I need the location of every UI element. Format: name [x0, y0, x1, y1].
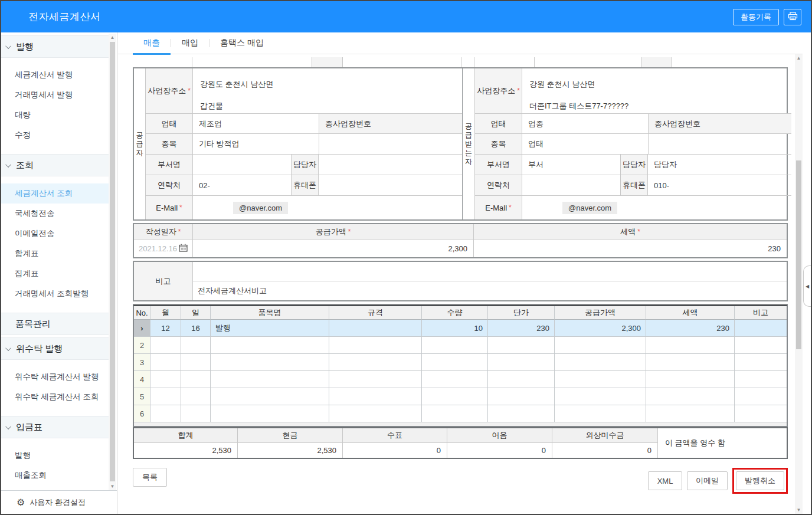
sidebar-section-issue[interactable]: 발행	[1, 35, 109, 58]
row-selector[interactable]: 5	[134, 388, 150, 405]
supplier-email-input[interactable]: @naver.com	[193, 196, 462, 219]
row-selector[interactable]: 6	[134, 405, 150, 422]
buyer-phone-label: 연락처	[475, 175, 522, 195]
tax-amount-header: 세액*	[474, 224, 787, 239]
email-button[interactable]: 이메일	[687, 471, 728, 490]
supplier-mobile-input[interactable]	[319, 175, 462, 195]
buyer-item-input[interactable]: 업태	[522, 134, 648, 154]
sidebar-section-item-management[interactable]: 품목관리	[1, 313, 109, 335]
calendar-icon[interactable]	[179, 244, 188, 254]
sidebar-item-tax-invoice-inquiry[interactable]: 세금계산서 조회	[1, 183, 109, 204]
buyer-dept-input[interactable]: 부서	[522, 155, 620, 175]
grid-horizontal-scroll-track[interactable]	[134, 422, 787, 426]
bill-value[interactable]: 0	[447, 443, 552, 458]
buyer-biztype-input[interactable]: 업종	[522, 114, 648, 133]
sidebar-menu: 발행 세금계산서 발행 거래명세서 발행 대량 수정 조회 세금계산서 조회 국…	[1, 32, 109, 490]
printer-icon	[788, 12, 798, 22]
supplier-phone-input[interactable]: 02-	[193, 175, 291, 195]
print-button[interactable]	[784, 9, 801, 25]
activity-log-button[interactable]: 활동기록	[733, 9, 779, 25]
chevron-down-icon	[5, 162, 11, 168]
row-selector[interactable]: ›	[134, 320, 150, 337]
sidebar-item-tax-invoice-issue[interactable]: 세금계산서 발행	[1, 65, 109, 85]
scroll-up-icon[interactable]: ▲	[109, 34, 116, 41]
row-selector[interactable]: 2	[134, 337, 150, 354]
scroll-up-icon[interactable]: ▲	[795, 54, 803, 62]
sidebar-section-deposit-slip[interactable]: 입금표	[1, 416, 109, 438]
supplier-fields: 사업장주소* 강원도 춘천시 남산면갑건물 업태 제조업 종사업장번호 종목 기…	[146, 68, 462, 219]
form-partial-row	[133, 57, 788, 67]
sidebar-item-deposit-issue[interactable]: 발행	[1, 445, 109, 465]
sidebar-item-revise[interactable]: 수정	[1, 125, 109, 145]
buyer-address-input[interactable]: 강원 춘천시 남산면더존IT그룹 테스트77-7?????	[522, 68, 791, 113]
cash-value[interactable]: 2,530	[238, 443, 343, 458]
main-scrollbar[interactable]: ▲ ▼	[795, 54, 803, 514]
memo-input-line1[interactable]	[193, 262, 787, 281]
supplier-item-label: 종목	[146, 134, 193, 154]
supplier-dept-input[interactable]	[193, 155, 291, 175]
row-selector[interactable]: 4	[134, 371, 150, 388]
scroll-down-icon[interactable]: ▼	[109, 483, 116, 490]
credit-header: 외상미수금	[552, 428, 658, 442]
scroll-down-icon[interactable]: ▼	[795, 506, 803, 514]
credit-value[interactable]: 0	[552, 443, 658, 458]
line-items-grid: No. 월 일 품목명 규격 수량 단가 공급가액 세액 비고 › 12 16 …	[133, 304, 788, 427]
total-value[interactable]: 2,530	[134, 443, 238, 458]
user-settings-button[interactable]: ⚙ 사용자 환경설정	[1, 490, 117, 514]
sidebar-section-inquiry[interactable]: 조회	[1, 154, 109, 176]
side-panel-collapse-tab[interactable]: ◀	[803, 265, 811, 307]
cancel-issue-highlight: 발행취소	[732, 468, 788, 494]
line-item-row-4: 4	[134, 371, 787, 388]
supplier-email-label: E-Mall*	[146, 196, 193, 219]
supplier-subplace-input[interactable]	[319, 134, 462, 154]
list-button[interactable]: 목록	[133, 468, 167, 487]
sidebar-item-statement-inquiry-issue[interactable]: 거래명세서 조회발행	[1, 284, 109, 304]
date-input[interactable]: 2021.12.16	[134, 240, 193, 257]
buyer-phone-input[interactable]	[522, 175, 620, 195]
memo-input-line2[interactable]: 전자세금계산서비고	[193, 281, 787, 300]
buyer-email-label: E-Mall*	[475, 196, 522, 219]
supply-amount-input[interactable]: 2,300	[193, 240, 474, 257]
supplier-mobile-label: 휴대폰	[291, 175, 319, 195]
main-scrollbar-thumb[interactable]	[796, 160, 801, 349]
sidebar-item-deposit-sales-inquiry[interactable]: 매출조회	[1, 465, 109, 486]
buyer-manager-input[interactable]: 담당자	[648, 155, 791, 175]
buyer-role-label: 공급받는자	[462, 68, 475, 219]
tab-hometax-purchase[interactable]: 홈택스 매입	[209, 32, 274, 54]
tab-purchase[interactable]: 매입	[171, 32, 209, 54]
sidebar-item-bulk[interactable]: 대량	[1, 105, 109, 125]
line-item-row-6: 6	[134, 405, 787, 422]
sidebar-item-consignment-tax-invoice-inquiry[interactable]: 위수탁 세금계산서 조회	[1, 387, 109, 407]
buyer-subplace-input[interactable]	[648, 134, 791, 154]
sidebar-item-consignment-tax-invoice-issue[interactable]: 위수탁 세금계산서 발행	[1, 367, 109, 387]
buyer-email-input[interactable]: @naver.com	[522, 196, 791, 219]
sidebar-item-sum-table[interactable]: 합계표	[1, 244, 109, 264]
sidebar-item-email-transmit[interactable]: 이메일전송	[1, 224, 109, 244]
tab-sales[interactable]: 매출	[133, 32, 171, 54]
sidebar-item-aggregate-table[interactable]: 집계표	[1, 264, 109, 284]
tab-bar: 매출 매입 홈택스 매입	[118, 32, 803, 54]
sidebar-scrollbar-thumb[interactable]	[110, 42, 115, 481]
invoice-form-scroll-area: 공급자 사업장주소* 강원도 춘천시 남산면갑건물 업태 제조업 종사업장번호 …	[118, 54, 811, 514]
supplier-item-input[interactable]: 기타 방적업	[193, 134, 319, 154]
sidebar-item-statement-issue[interactable]: 거래명세서 발행	[1, 85, 109, 105]
line-items-header-row: No. 월 일 품목명 규격 수량 단가 공급가액 세액 비고	[134, 306, 787, 320]
memo-label: 비고	[134, 262, 193, 300]
buyer-subplace-label: 종사업장번호	[648, 114, 791, 133]
sidebar-item-nts-transmit[interactable]: 국세청전송	[1, 204, 109, 224]
buyer-mobile-input[interactable]: 010-	[648, 175, 791, 195]
xml-button[interactable]: XML	[648, 471, 682, 490]
date-header: 작성일자*	[134, 224, 193, 239]
supplier-biztype-input[interactable]: 제조업	[193, 114, 319, 133]
cancel-issue-button[interactable]: 발행취소	[736, 471, 784, 490]
check-value[interactable]: 0	[343, 443, 447, 458]
supplier-manager-input[interactable]	[319, 155, 462, 175]
supplier-address-input[interactable]: 강원도 춘천시 남산면갑건물	[193, 68, 462, 113]
tax-amount-input[interactable]: 230	[474, 240, 787, 257]
sidebar-section-consignment-issue[interactable]: 위수탁 발행	[1, 337, 109, 360]
row-selector[interactable]: 3	[134, 354, 150, 371]
sidebar-scrollbar[interactable]: ▲ ▼	[109, 34, 116, 490]
supplier-address-label: 사업장주소*	[146, 68, 193, 113]
titlebar: 전자세금계산서 활동기록	[1, 1, 811, 32]
app-title: 전자세금계산서	[28, 10, 101, 24]
